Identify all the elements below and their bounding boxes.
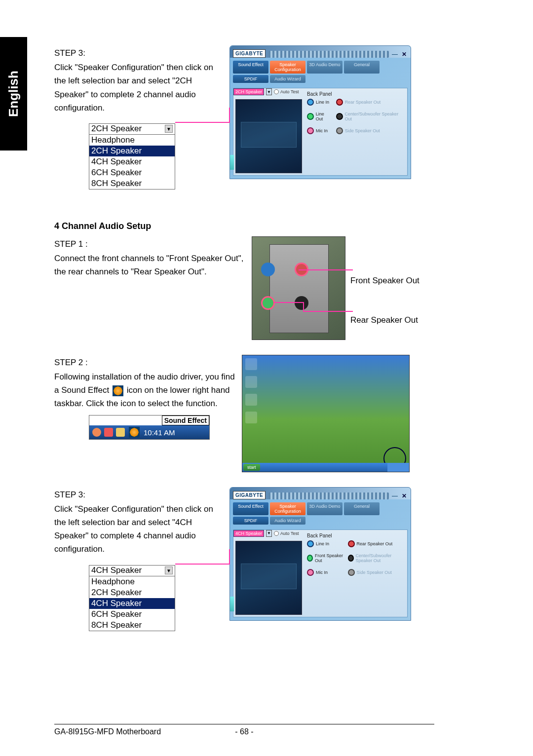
tray-icon[interactable] — [92, 428, 101, 437]
jack-label: Rear Speaker Out — [357, 541, 393, 546]
step-label: STEP 1 : — [54, 237, 247, 251]
chevron-down-icon[interactable]: ▼ — [266, 530, 272, 537]
dropdown-list[interactable]: Headphone 2CH Speaker 4CH Speaker 6CH Sp… — [89, 135, 175, 189]
dropdown-collapsed[interactable]: 4CH Speaker ▼ — [89, 566, 175, 576]
tab-3d-audio-demo[interactable]: 3D Audio Demo — [307, 502, 343, 515]
sound-effect-tray-icon[interactable] — [129, 427, 140, 438]
jack-icon — [336, 113, 343, 120]
chevron-down-icon[interactable]: ▼ — [266, 88, 272, 95]
minimize-icon[interactable]: — — [392, 51, 398, 58]
chevron-down-icon[interactable]: ▼ — [165, 125, 173, 133]
tab-3d-audio-demo[interactable]: 3D Audio Demo — [307, 61, 343, 74]
dropdown-option[interactable]: 2CH Speaker — [89, 587, 175, 598]
titlebar[interactable]: GIGABYTE — ✕ — [230, 488, 411, 499]
dropdown-list[interactable]: Headphone 2CH Speaker 4CH Speaker 6CH Sp… — [89, 576, 175, 631]
jack-label: Mic In — [316, 570, 328, 575]
jack-label: Line In — [316, 541, 329, 546]
tab-sound-effect[interactable]: Sound Effect — [233, 61, 268, 74]
desktop-icon[interactable] — [245, 358, 257, 370]
desktop-icon[interactable] — [245, 394, 257, 406]
tray-icon[interactable] — [116, 428, 125, 437]
hardware-label: Front Speaker Out — [350, 276, 419, 286]
jack-icon — [307, 555, 313, 562]
auto-test[interactable]: Auto Test — [274, 89, 299, 94]
step-body: Click "Speaker Configuration" then click… — [54, 502, 225, 556]
step-label: STEP 2 : — [54, 356, 237, 369]
window-body: 4CH Speaker ▼ Auto Test Back Panel Line … — [233, 529, 408, 617]
tab-general[interactable]: General — [344, 502, 380, 515]
tab-audio-wizard[interactable]: Audio Wizard — [270, 517, 305, 525]
dropdown-option[interactable]: 4CH Speaker — [89, 156, 175, 167]
tab-row: Sound Effect Speaker Configuration 3D Au… — [230, 499, 411, 528]
jack-icon — [307, 540, 314, 547]
dropdown-option[interactable]: 6CH Speaker — [89, 167, 175, 178]
selector[interactable]: 2CH Speaker — [233, 88, 264, 95]
jack-icon — [307, 99, 314, 106]
page-number: - 68 - — [235, 727, 253, 736]
room-3d-illustration — [235, 99, 302, 173]
speaker-dropdown-figure[interactable]: 4CH Speaker ▼ Headphone 2CH Speaker 4CH … — [89, 565, 175, 631]
section-title: 4 Channel Audio Setup — [54, 219, 484, 233]
radio-icon — [274, 531, 279, 536]
section-2ch-step3: STEP 3: Click "Speaker Configuration" th… — [54, 45, 484, 189]
jack-label: Rear Speaker Out — [345, 100, 381, 105]
desktop-screenshot: start — [242, 355, 410, 472]
tab-spdif[interactable]: SPDIF — [233, 517, 268, 525]
dropdown-option[interactable]: 6CH Speaker — [89, 609, 175, 620]
dropdown-option[interactable]: Headphone — [89, 576, 175, 587]
system-tray[interactable] — [387, 463, 409, 472]
minimize-icon[interactable]: — — [392, 492, 398, 499]
footer-model: GA-8I915G-MFD Motherboard — [54, 727, 161, 736]
jack-icon — [348, 555, 354, 562]
room-3d-illustration — [235, 541, 302, 615]
dropdown-option[interactable]: 8CH Speaker — [89, 178, 175, 189]
jack-label: Center/Subwoofer Speaker Out — [345, 112, 405, 121]
jack-label: Side Speaker Out — [357, 570, 392, 575]
tab-speaker-configuration[interactable]: Speaker Configuration — [270, 502, 305, 515]
dropdown-option[interactable]: 2CH Speaker — [89, 146, 175, 156]
close-icon[interactable]: ✕ — [401, 492, 408, 499]
selector[interactable]: 4CH Speaker — [233, 530, 264, 537]
desktop-icon[interactable] — [245, 376, 257, 388]
taskbar-tooltip: Sound Effect — [162, 416, 209, 425]
tab-sound-effect[interactable]: Sound Effect — [233, 502, 268, 515]
taskbar-clock: 10:41 AM — [144, 428, 175, 437]
tab-spdif[interactable]: SPDIF — [233, 75, 268, 83]
gigabyte-window: GIGABYTE — ✕ Sound Effect Speaker Config… — [229, 45, 411, 179]
jack-icon — [336, 99, 343, 106]
speaker-dropdown-figure[interactable]: 2CH Speaker ▼ Headphone 2CH Speaker 4CH … — [89, 123, 175, 189]
step-label: STEP 3: — [54, 488, 225, 501]
dropdown-option[interactable]: 4CH Speaker — [89, 598, 175, 609]
jack-icon — [307, 569, 314, 576]
dropdown-collapsed[interactable]: 2CH Speaker ▼ — [89, 124, 175, 135]
titlebar-slider-icon — [268, 51, 389, 58]
jack-icon — [307, 127, 314, 134]
desktop-icon[interactable] — [245, 412, 257, 423]
close-icon[interactable]: ✕ — [401, 51, 408, 58]
dropdown-option[interactable]: 8CH Speaker — [89, 620, 175, 631]
tray-icon[interactable] — [104, 428, 113, 437]
jack-label: Front Speaker Out — [315, 553, 344, 563]
taskbar[interactable]: start — [242, 463, 409, 472]
equalizer-icon — [230, 597, 234, 611]
tab-audio-wizard[interactable]: Audio Wizard — [270, 75, 305, 83]
chevron-down-icon[interactable]: ▼ — [165, 567, 173, 574]
dropdown-option[interactable]: Headphone — [89, 135, 175, 146]
auto-test[interactable]: Auto Test — [274, 531, 299, 536]
gigabyte-logo: GIGABYTE — [233, 491, 266, 499]
jack-label: Center/Subwoofer Speaker Out — [356, 553, 405, 563]
jack-icon — [348, 569, 355, 576]
tab-general[interactable]: General — [344, 61, 380, 74]
jack-label: Mic In — [316, 128, 328, 133]
jack-icon — [348, 540, 355, 547]
gigabyte-window: GIGABYTE — ✕ Sound Effect Speaker Config… — [229, 487, 411, 621]
language-tab: English — [0, 37, 27, 151]
tab-speaker-configuration[interactable]: Speaker Configuration — [270, 61, 305, 74]
jack-icon — [307, 113, 314, 120]
page-footer: GA-8I915G-MFD Motherboard - 68 - — [54, 724, 434, 736]
jack-label: Side Speaker Out — [345, 128, 380, 133]
start-button[interactable]: start — [243, 464, 260, 471]
jack-label: Line In — [316, 100, 329, 105]
titlebar[interactable]: GIGABYTE — ✕ — [230, 46, 411, 58]
window-body: 2CH Speaker ▼ Auto Test Back Panel Line … — [233, 88, 408, 176]
